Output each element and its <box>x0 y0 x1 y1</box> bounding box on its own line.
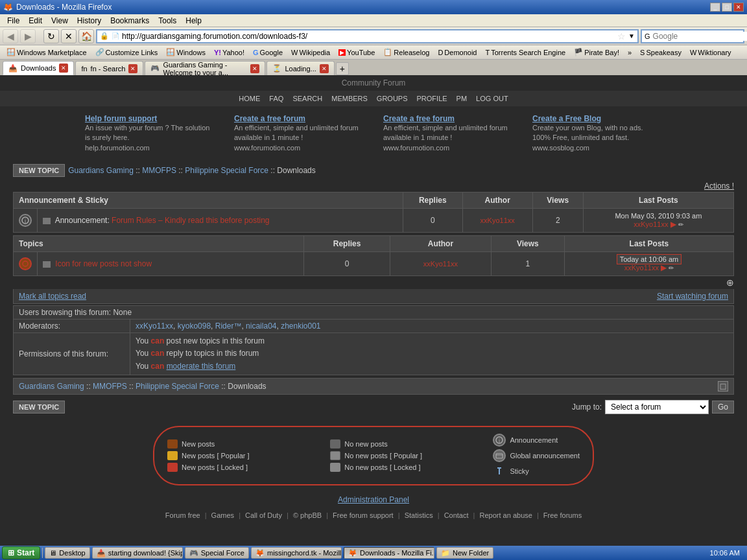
start-watching-link[interactable]: Start watching forum <box>657 292 728 301</box>
maximize-button[interactable]: □ <box>722 3 732 12</box>
home-button[interactable]: 🏠 <box>78 29 94 43</box>
topic-title-link[interactable]: Icon for new posts not show <box>55 259 152 268</box>
taskbar-downloads-ff[interactable]: 🦊 Downloads - Mozilla Fi... <box>344 547 434 559</box>
footer-forum-free[interactable]: Forum free <box>165 511 200 519</box>
forum-select[interactable]: Select a forum <box>605 400 709 414</box>
mark-all-read-link[interactable]: Mark all topics read <box>19 292 86 301</box>
ad-help-title[interactable]: Help forum support <box>85 114 215 123</box>
nav-pm[interactable]: PM <box>453 93 471 104</box>
page-content[interactable]: Community Forum HOME FAQ SEARCH MEMBERS … <box>0 75 747 546</box>
bookmark-windows-marketplace[interactable]: 🪟Windows Marketplace <box>3 47 91 58</box>
bottom-bc-guardians[interactable]: Guardians Gaming <box>19 382 84 391</box>
dropdown-icon[interactable]: ▼ <box>628 32 635 40</box>
taskbar-special-force[interactable]: 🎮 Special Force <box>185 547 249 559</box>
expand-icon[interactable]: ⊕ <box>726 277 734 288</box>
bookmark-releaselog[interactable]: 📋Releaselog <box>379 47 433 58</box>
tab-close-search[interactable]: ✕ <box>128 64 137 73</box>
menu-history[interactable]: History <box>73 15 105 27</box>
nav-home[interactable]: HOME <box>235 93 264 104</box>
tab-close-guardians[interactable]: ✕ <box>250 64 259 73</box>
menu-edit[interactable]: Edit <box>25 15 46 27</box>
tab-close-downloads[interactable]: ✕ <box>59 64 68 73</box>
actions-link[interactable]: Actions ! <box>704 181 734 191</box>
ad-create1-title[interactable]: Create a free forum <box>234 114 364 123</box>
footer-games[interactable]: Games <box>211 511 234 519</box>
reload-button[interactable]: ↻ <box>43 29 59 43</box>
mod-zhenkio001[interactable]: zhenkio001 <box>281 321 320 331</box>
go-button[interactable]: Go <box>712 401 734 414</box>
minimize-button[interactable]: _ <box>710 3 720 12</box>
bookmark-windows[interactable]: 🪟Windows <box>162 47 209 58</box>
bookmark-youtube[interactable]: ▶YouTube <box>335 47 379 58</box>
bookmark-more[interactable]: » <box>624 47 635 58</box>
ad-help-url[interactable]: help.forumotion.com <box>85 143 215 153</box>
menu-file[interactable]: File <box>3 15 23 27</box>
bookmark-yahoo[interactable]: Y!Yahoo! <box>210 47 248 58</box>
bookmark-customize-links[interactable]: 🔗Customize Links <box>91 47 162 58</box>
ad-create1-url[interactable]: www.forumotion.com <box>234 143 364 153</box>
menu-bookmarks[interactable]: Bookmarks <box>106 15 153 27</box>
back-button[interactable]: ◀ <box>3 29 18 43</box>
taskbar-download[interactable]: 📥 starting download! {Skip... <box>92 547 183 559</box>
topic-lastpost-userlink[interactable]: xxKyo11xx <box>624 264 659 272</box>
address-input[interactable] <box>122 32 615 41</box>
bookmark-wikipedia[interactable]: WWikipedia <box>287 47 334 58</box>
footer-free-forum-support[interactable]: Free forum support <box>333 511 394 519</box>
mod-kyoko098[interactable]: kyoko098 <box>178 321 211 331</box>
mod-xxkyo11xx[interactable]: xxKyo11xx <box>136 321 173 331</box>
nav-search[interactable]: SEARCH <box>289 93 326 104</box>
close-button[interactable]: ✕ <box>733 3 744 12</box>
announce-lastpost-userlink[interactable]: xxKyo11xx <box>634 220 668 228</box>
bookmark-google[interactable]: GGoogle <box>249 47 287 58</box>
taskbar-desktop[interactable]: 🖥 Desktop <box>45 547 89 559</box>
nav-groups[interactable]: GROUPS <box>373 93 412 104</box>
footer-report-abuse[interactable]: Report an abuse <box>480 511 532 519</box>
search-input[interactable] <box>653 32 747 41</box>
footer-contact[interactable]: Contact <box>444 511 469 519</box>
breadcrumb-guardians[interactable]: Guardians Gaming <box>68 166 134 175</box>
mod-rider[interactable]: Rider™ <box>215 321 242 331</box>
new-tab-button[interactable]: + <box>336 62 349 75</box>
footer-phpbb[interactable]: © phpBB <box>293 511 322 519</box>
bottom-bc-mmofps[interactable]: MMOFPS <box>93 382 127 391</box>
bookmark-demonoid[interactable]: DDemonoid <box>434 47 480 58</box>
nav-members[interactable]: MEMBERS <box>327 93 372 104</box>
collapse-button[interactable]: □ <box>718 381 728 391</box>
announce-title-link[interactable]: Forum Rules – Kindly read this before po… <box>112 216 269 225</box>
forward-button[interactable]: ▶ <box>20 29 36 43</box>
breadcrumb-mmofps[interactable]: MMOFPS <box>142 166 176 175</box>
address-bar[interactable]: 🔒 📄 ☆ ▼ <box>96 29 639 43</box>
tab-loading[interactable]: ⏳ Loading... ✕ <box>267 61 334 75</box>
stop-button[interactable]: ✕ <box>61 29 77 43</box>
ad-blog-url[interactable]: www.sosblog.com <box>532 143 662 153</box>
ad-create2-url[interactable]: www.forumotion.com <box>383 143 513 153</box>
topic-author-link[interactable]: xxKyo11xx <box>423 260 458 268</box>
taskbar-missingchord[interactable]: 🦊 missingchord.tk - Mozilla ... <box>251 547 342 559</box>
star-icon[interactable]: ☆ <box>617 31 626 41</box>
bookmark-piratebay[interactable]: 🏴Pirate Bay! <box>570 47 623 58</box>
footer-free-forums[interactable]: Free forums <box>543 511 582 519</box>
mod-nicaila04[interactable]: nicaila04 <box>246 321 276 331</box>
tab-guardians[interactable]: 🎮 Guardians Gaming - Welcome to your a..… <box>145 61 265 75</box>
breadcrumb-psf[interactable]: Philippine Special Force <box>185 166 268 175</box>
bookmark-wiktionary[interactable]: WWiktionary <box>686 47 735 58</box>
footer-statistics[interactable]: Statistics <box>405 511 433 519</box>
admin-panel[interactable]: Administration Panel <box>13 492 734 508</box>
ad-create2-title[interactable]: Create a free forum <box>383 114 513 123</box>
bookmark-speakeasy[interactable]: SSpeakeasy <box>636 47 685 58</box>
start-button[interactable]: ⊞ Start <box>2 546 40 559</box>
new-topic-button-top[interactable]: NEW TOPIC <box>13 164 65 177</box>
nav-faq[interactable]: FAQ <box>265 93 287 104</box>
bottom-bc-psf[interactable]: Philippine Special Force <box>136 382 219 391</box>
footer-call-of-duty[interactable]: Call of Duty <box>245 511 282 519</box>
bookmark-torrents[interactable]: TTorrents Search Engine <box>481 47 569 58</box>
admin-panel-link[interactable]: Administration Panel <box>338 495 409 504</box>
ad-blog-title[interactable]: Create a Free Blog <box>532 114 662 123</box>
nav-profile[interactable]: PROFILE <box>413 93 451 104</box>
menu-view[interactable]: View <box>47 15 72 27</box>
tab-close-loading[interactable]: ✕ <box>320 64 329 73</box>
menu-tools[interactable]: Tools <box>154 15 180 27</box>
new-topic-button-bottom[interactable]: NEW TOPIC <box>13 401 65 414</box>
moderate-link[interactable]: moderate this forum <box>167 362 236 371</box>
nav-logout[interactable]: LOG OUT <box>472 93 512 104</box>
